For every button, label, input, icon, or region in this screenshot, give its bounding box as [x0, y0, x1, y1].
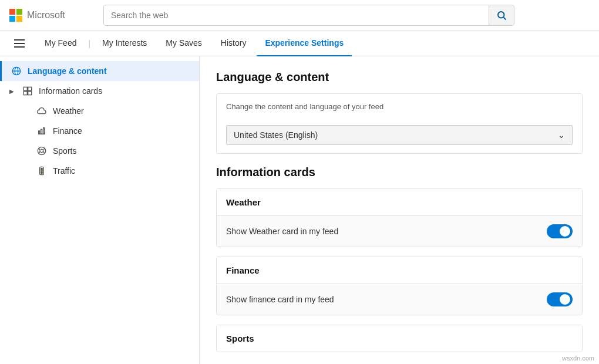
info-section-title: Information cards — [216, 166, 583, 179]
header: Microsoft — [0, 0, 599, 31]
sidebar-item-traffic[interactable]: Traffic — [27, 161, 199, 181]
cloud-icon — [36, 106, 47, 116]
sidebar: Language & content ▶ Information cards — [0, 56, 200, 364]
sports-card-title: Sports — [217, 325, 582, 352]
lang-subtitle: Change the content and language of your … — [217, 94, 582, 119]
lang-section-title: Language & content — [216, 70, 583, 84]
finance-card-title: Finance — [217, 257, 582, 284]
svg-rect-11 — [41, 129, 42, 134]
main-layout: Language & content ▶ Information cards — [0, 56, 599, 364]
svg-rect-12 — [43, 128, 45, 134]
sidebar-label-weather: Weather — [53, 106, 84, 116]
nav-separator-1: | — [87, 39, 92, 48]
nav-bar: My Feed | My Interests My Saves History … — [0, 31, 599, 56]
search-button[interactable] — [489, 5, 514, 25]
svg-point-0 — [498, 12, 504, 18]
sidebar-label-information-cards: Information cards — [39, 86, 102, 96]
weather-toggle[interactable] — [547, 224, 573, 238]
chevron-right-icon: ▶ — [9, 88, 14, 95]
svg-line-1 — [503, 17, 506, 19]
weather-card-title: Weather — [217, 189, 582, 216]
svg-point-17 — [41, 172, 43, 174]
microsoft-logo-icon — [9, 9, 22, 22]
search-icon — [496, 10, 507, 21]
language-card: Change the content and language of your … — [216, 93, 583, 154]
search-input[interactable] — [104, 6, 489, 25]
weather-toggle-label: Show Weather card in my feed — [226, 227, 338, 236]
language-dropdown-value: United States (English) — [234, 130, 318, 140]
logo-text: Microsoft — [27, 10, 65, 21]
sidebar-item-information-cards[interactable]: ▶ Information cards — [0, 81, 199, 101]
sidebar-item-sports[interactable]: Sports — [27, 141, 199, 161]
sports-icon — [36, 146, 47, 156]
traffic-icon — [36, 166, 47, 176]
sidebar-label-sports: Sports — [53, 146, 76, 156]
chart-icon — [36, 126, 47, 136]
svg-rect-6 — [28, 87, 32, 90]
svg-point-16 — [41, 170, 43, 172]
svg-rect-5 — [23, 87, 27, 90]
weather-card-row: Show Weather card in my feed — [217, 216, 582, 247]
finance-toggle[interactable] — [547, 292, 573, 306]
language-dropdown[interactable]: United States (English) ⌄ — [226, 125, 573, 145]
svg-point-15 — [41, 168, 43, 170]
svg-rect-8 — [28, 92, 32, 95]
nav-item-my-saves[interactable]: My Saves — [157, 31, 210, 56]
globe-icon — [11, 66, 22, 76]
watermark: wsxdn.com — [562, 355, 594, 362]
nav-item-my-feed[interactable]: My Feed — [36, 31, 85, 56]
nav-item-my-interests[interactable]: My Interests — [94, 31, 155, 56]
svg-rect-7 — [23, 92, 27, 95]
nav-item-experience-settings[interactable]: Experience Settings — [257, 31, 352, 56]
chevron-down-icon: ⌄ — [558, 130, 565, 140]
nav-item-history[interactable]: History — [213, 31, 255, 56]
lang-select-row: United States (English) ⌄ — [217, 119, 582, 153]
finance-info-card: Finance Show finance card in my feed — [216, 257, 583, 315]
weather-info-card: Weather Show Weather card in my feed — [216, 188, 583, 247]
finance-toggle-label: Show finance card in my feed — [226, 295, 334, 304]
logo-area: Microsoft — [9, 9, 92, 22]
sports-info-card: Sports — [216, 325, 583, 352]
content-area: Language & content Change the content an… — [200, 56, 599, 364]
svg-rect-10 — [39, 131, 40, 134]
search-bar[interactable] — [103, 5, 514, 26]
sidebar-item-language-content[interactable]: Language & content — [0, 61, 199, 81]
sidebar-item-finance[interactable]: Finance — [27, 121, 199, 141]
hamburger-menu[interactable] — [9, 35, 29, 52]
sidebar-item-weather[interactable]: Weather — [27, 101, 199, 121]
sidebar-label-finance: Finance — [53, 126, 82, 136]
finance-card-row: Show finance card in my feed — [217, 284, 582, 315]
sidebar-label-language-content: Language & content — [28, 66, 107, 76]
sidebar-label-traffic: Traffic — [53, 166, 75, 176]
grid-icon — [22, 86, 33, 96]
